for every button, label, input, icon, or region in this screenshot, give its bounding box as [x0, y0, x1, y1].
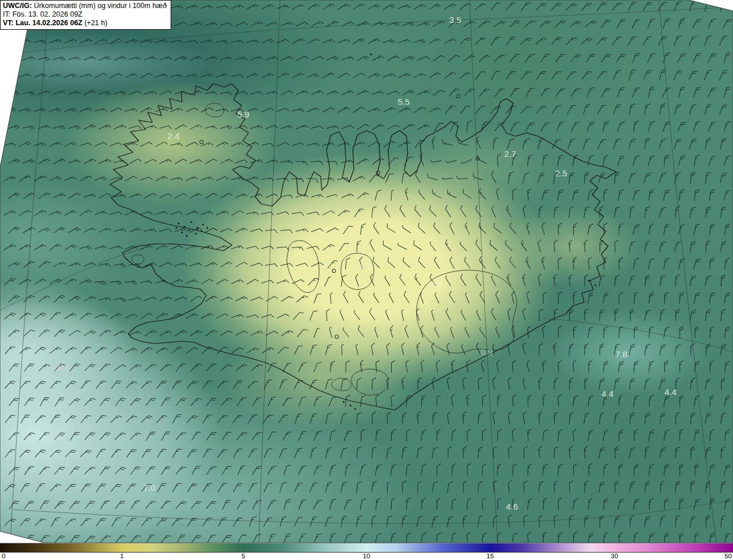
calm-wind-circle — [332, 269, 336, 273]
colorbar-tick: 30 — [611, 553, 618, 559]
calm-wind-circle — [456, 94, 460, 98]
precip-value-label: 8.0 — [49, 431, 61, 441]
islet-dot — [186, 235, 187, 236]
islet-dot — [200, 230, 202, 232]
islet-dot — [195, 232, 196, 234]
calm-wind-circle — [335, 335, 338, 338]
precip-value-label: 4.6 — [506, 502, 518, 511]
islet-dot — [206, 227, 208, 228]
islet-dot — [354, 408, 356, 409]
title-line-1: UWC/IG: Úrkomumætti (mm) og vindur i 100… — [3, 2, 167, 10]
precip-value-label: 7.8 — [616, 349, 628, 359]
map-frame — [0, 0, 733, 543]
colorbar-gradient — [0, 543, 733, 553]
valid-time-bold: VT: Lau. 14.02.2026 06Z — [3, 19, 82, 27]
calm-wind-circle — [376, 171, 380, 175]
weather-map-app: 3.55.55.92.42.72.51.10.80.97.84.44.44.67… — [0, 0, 733, 560]
iceland-coastline — [110, 84, 616, 410]
islet-dot — [190, 221, 192, 223]
precip-value-label: 10.1 — [53, 362, 69, 372]
glacier-outline — [287, 240, 319, 293]
precip-value-label: 4.4 — [602, 389, 614, 399]
islet-dot — [370, 53, 372, 55]
precip-value-label: 5.5 — [398, 97, 410, 107]
precip-value-label: 4.4 — [665, 387, 677, 397]
colorbar-tick: 5 — [242, 553, 245, 559]
valid-time-offset: (+21 h) — [82, 19, 107, 27]
contour-line — [13, 500, 733, 523]
colorbar-tick: 0 — [2, 553, 5, 559]
colorbar-tick-labels: 01510153050 — [0, 553, 733, 560]
islet-dot — [188, 229, 190, 231]
map-area: 3.55.55.92.42.72.51.10.80.97.84.44.44.67… — [0, 0, 733, 543]
islet-dot — [594, 284, 596, 286]
colorbar-tick: 15 — [487, 553, 494, 559]
islet-dot — [342, 401, 344, 403]
precip-value-label: 0.8 — [431, 279, 443, 289]
product-id: UWC/IG: — [3, 2, 32, 10]
precip-value-label: 1.1 — [360, 262, 372, 271]
wind-barbs — [3, 1, 732, 543]
title-box: UWC/IG: Úrkomumætti (mm) og vindur i 100… — [0, 0, 171, 30]
islet-dot — [588, 279, 589, 281]
colorbar-tick: 50 — [724, 553, 732, 559]
precip-value-label: 7.0 — [144, 483, 156, 492]
precip-value-label: 2.5 — [555, 168, 568, 178]
islet-dot — [183, 226, 185, 227]
precip-value-label: 5.9 — [238, 109, 250, 119]
islet-dot — [175, 227, 177, 228]
valid-time: VT: Lau. 14.02.2026 06Z (+21 h) — [3, 19, 167, 27]
precip-value-label: 0.9 — [481, 347, 493, 357]
contour-line — [544, 318, 733, 352]
glacier-outline — [205, 103, 224, 117]
map-svg: 3.55.55.92.42.72.51.10.80.97.84.44.44.67… — [0, 0, 733, 543]
map-layers: 3.55.55.92.42.72.51.10.80.97.84.44.44.67… — [0, 0, 733, 543]
graticule-line — [10, 0, 49, 543]
islet-dot — [181, 231, 183, 233]
glacier-outline — [132, 255, 144, 265]
precip-value-label: 3.5 — [450, 15, 462, 25]
graticule-line — [259, 0, 280, 543]
precip-value-label: 2.7 — [505, 149, 517, 159]
islet-dot — [178, 222, 179, 224]
calm-wind-circle — [200, 140, 203, 144]
init-time: IT: Fös. 13. 02. 2026 09Z — [3, 10, 167, 19]
product-title: Úrkomumætti (mm) og vindur i 100m hæð — [32, 2, 167, 10]
precip-value-label: 2.4 — [168, 131, 180, 141]
islet-dot — [349, 404, 351, 406]
graticule-line — [659, 0, 716, 543]
colorbar: 01510153050 — [0, 543, 733, 560]
colorbar-tick: 10 — [363, 553, 371, 559]
colorbar-tick: 1 — [120, 553, 124, 559]
islet-dot — [202, 223, 204, 225]
